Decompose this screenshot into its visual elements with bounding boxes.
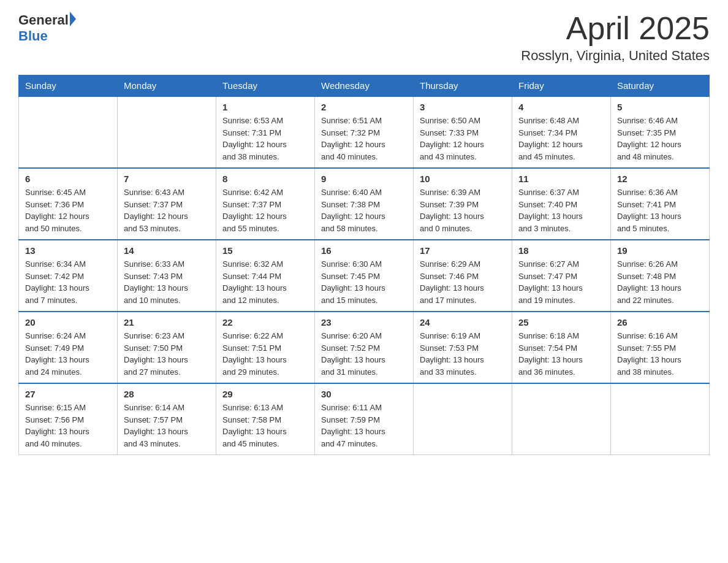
day-number: 13 [25, 245, 111, 256]
calendar-cell: 30Sunrise: 6:11 AM Sunset: 7:59 PM Dayli… [315, 383, 414, 455]
location-title: Rosslyn, Virginia, United States [521, 48, 710, 64]
calendar-cell: 26Sunrise: 6:16 AM Sunset: 7:55 PM Dayli… [611, 312, 710, 383]
logo-general-text: General [18, 12, 69, 28]
day-number: 29 [222, 389, 308, 399]
logo-arrow-icon [70, 12, 76, 26]
day-number: 26 [617, 317, 703, 327]
day-number: 16 [321, 245, 407, 256]
weekday-header-saturday: Saturday [611, 75, 710, 97]
calendar-cell: 1Sunrise: 6:53 AM Sunset: 7:31 PM Daylig… [216, 96, 315, 168]
day-number: 12 [617, 174, 703, 184]
day-number: 22 [222, 317, 308, 327]
calendar-cell [19, 96, 118, 168]
weekday-header-wednesday: Wednesday [315, 75, 414, 97]
day-number: 28 [124, 389, 210, 399]
day-info: Sunrise: 6:51 AM Sunset: 7:32 PM Dayligh… [321, 115, 407, 163]
calendar-cell: 3Sunrise: 6:50 AM Sunset: 7:33 PM Daylig… [414, 96, 512, 168]
day-number: 7 [124, 174, 210, 184]
calendar-cell: 6Sunrise: 6:45 AM Sunset: 7:36 PM Daylig… [19, 168, 118, 240]
calendar-cell: 4Sunrise: 6:48 AM Sunset: 7:34 PM Daylig… [512, 96, 611, 168]
day-number: 20 [25, 317, 111, 327]
day-number: 27 [25, 389, 111, 399]
calendar-week-row: 6Sunrise: 6:45 AM Sunset: 7:36 PM Daylig… [19, 168, 710, 240]
day-info: Sunrise: 6:22 AM Sunset: 7:51 PM Dayligh… [222, 330, 308, 378]
calendar-cell: 29Sunrise: 6:13 AM Sunset: 7:58 PM Dayli… [216, 383, 315, 455]
weekday-header-row: SundayMondayTuesdayWednesdayThursdayFrid… [19, 75, 710, 97]
day-number: 15 [222, 245, 308, 256]
weekday-header-monday: Monday [118, 75, 216, 97]
calendar-cell: 22Sunrise: 6:22 AM Sunset: 7:51 PM Dayli… [216, 312, 315, 383]
calendar-cell: 13Sunrise: 6:34 AM Sunset: 7:42 PM Dayli… [19, 240, 118, 312]
day-info: Sunrise: 6:11 AM Sunset: 7:59 PM Dayligh… [321, 402, 407, 450]
weekday-header-tuesday: Tuesday [216, 75, 315, 97]
day-info: Sunrise: 6:20 AM Sunset: 7:52 PM Dayligh… [321, 330, 407, 378]
day-number: 10 [420, 174, 506, 184]
day-number: 2 [321, 102, 407, 112]
calendar-cell: 28Sunrise: 6:14 AM Sunset: 7:57 PM Dayli… [118, 383, 216, 455]
calendar-cell: 9Sunrise: 6:40 AM Sunset: 7:38 PM Daylig… [315, 168, 414, 240]
title-block: April 2025 Rosslyn, Virginia, United Sta… [521, 12, 710, 64]
day-number: 8 [222, 174, 308, 184]
day-info: Sunrise: 6:46 AM Sunset: 7:35 PM Dayligh… [617, 115, 703, 163]
month-title: April 2025 [521, 12, 710, 44]
calendar-week-row: 27Sunrise: 6:15 AM Sunset: 7:56 PM Dayli… [19, 383, 710, 455]
day-number: 6 [25, 174, 111, 184]
day-info: Sunrise: 6:19 AM Sunset: 7:53 PM Dayligh… [420, 330, 506, 378]
day-info: Sunrise: 6:23 AM Sunset: 7:50 PM Dayligh… [124, 330, 210, 378]
calendar-cell: 25Sunrise: 6:18 AM Sunset: 7:54 PM Dayli… [512, 312, 611, 383]
day-info: Sunrise: 6:30 AM Sunset: 7:45 PM Dayligh… [321, 258, 407, 306]
day-info: Sunrise: 6:29 AM Sunset: 7:46 PM Dayligh… [420, 258, 506, 306]
calendar-cell: 24Sunrise: 6:19 AM Sunset: 7:53 PM Dayli… [414, 312, 512, 383]
day-number: 1 [222, 102, 308, 112]
weekday-header-sunday: Sunday [19, 75, 118, 97]
day-info: Sunrise: 6:34 AM Sunset: 7:42 PM Dayligh… [25, 258, 111, 306]
calendar-cell: 27Sunrise: 6:15 AM Sunset: 7:56 PM Dayli… [19, 383, 118, 455]
day-number: 30 [321, 389, 407, 399]
day-info: Sunrise: 6:13 AM Sunset: 7:58 PM Dayligh… [222, 402, 308, 450]
day-number: 4 [518, 102, 604, 112]
day-info: Sunrise: 6:39 AM Sunset: 7:39 PM Dayligh… [420, 186, 506, 234]
calendar-cell: 7Sunrise: 6:43 AM Sunset: 7:37 PM Daylig… [118, 168, 216, 240]
day-number: 25 [518, 317, 604, 327]
day-info: Sunrise: 6:43 AM Sunset: 7:37 PM Dayligh… [124, 186, 210, 234]
calendar-cell: 20Sunrise: 6:24 AM Sunset: 7:49 PM Dayli… [19, 312, 118, 383]
calendar-cell: 23Sunrise: 6:20 AM Sunset: 7:52 PM Dayli… [315, 312, 414, 383]
day-number: 19 [617, 245, 703, 256]
day-info: Sunrise: 6:26 AM Sunset: 7:48 PM Dayligh… [617, 258, 703, 306]
weekday-header-friday: Friday [512, 75, 611, 97]
day-number: 3 [420, 102, 506, 112]
calendar-cell: 21Sunrise: 6:23 AM Sunset: 7:50 PM Dayli… [118, 312, 216, 383]
calendar-cell: 19Sunrise: 6:26 AM Sunset: 7:48 PM Dayli… [611, 240, 710, 312]
day-info: Sunrise: 6:48 AM Sunset: 7:34 PM Dayligh… [518, 115, 604, 163]
day-number: 14 [124, 245, 210, 256]
calendar-cell: 17Sunrise: 6:29 AM Sunset: 7:46 PM Dayli… [414, 240, 512, 312]
logo: General Blue [18, 12, 76, 44]
calendar-cell: 14Sunrise: 6:33 AM Sunset: 7:43 PM Dayli… [118, 240, 216, 312]
calendar-week-row: 20Sunrise: 6:24 AM Sunset: 7:49 PM Dayli… [19, 312, 710, 383]
calendar-cell: 16Sunrise: 6:30 AM Sunset: 7:45 PM Dayli… [315, 240, 414, 312]
day-info: Sunrise: 6:50 AM Sunset: 7:33 PM Dayligh… [420, 115, 506, 163]
calendar-table: SundayMondayTuesdayWednesdayThursdayFrid… [18, 75, 710, 455]
day-number: 23 [321, 317, 407, 327]
calendar-cell: 10Sunrise: 6:39 AM Sunset: 7:39 PM Dayli… [414, 168, 512, 240]
day-info: Sunrise: 6:15 AM Sunset: 7:56 PM Dayligh… [25, 402, 111, 450]
day-info: Sunrise: 6:24 AM Sunset: 7:49 PM Dayligh… [25, 330, 111, 378]
calendar-cell: 11Sunrise: 6:37 AM Sunset: 7:40 PM Dayli… [512, 168, 611, 240]
day-info: Sunrise: 6:53 AM Sunset: 7:31 PM Dayligh… [222, 115, 308, 163]
day-number: 24 [420, 317, 506, 327]
day-info: Sunrise: 6:33 AM Sunset: 7:43 PM Dayligh… [124, 258, 210, 306]
calendar-cell: 5Sunrise: 6:46 AM Sunset: 7:35 PM Daylig… [611, 96, 710, 168]
day-number: 21 [124, 317, 210, 327]
day-info: Sunrise: 6:18 AM Sunset: 7:54 PM Dayligh… [518, 330, 604, 378]
day-info: Sunrise: 6:32 AM Sunset: 7:44 PM Dayligh… [222, 258, 308, 306]
calendar-cell: 18Sunrise: 6:27 AM Sunset: 7:47 PM Dayli… [512, 240, 611, 312]
day-number: 9 [321, 174, 407, 184]
page-header: General Blue April 2025 Rosslyn, Virgini… [18, 12, 710, 64]
day-number: 17 [420, 245, 506, 256]
day-number: 11 [518, 174, 604, 184]
day-info: Sunrise: 6:37 AM Sunset: 7:40 PM Dayligh… [518, 186, 604, 234]
weekday-header-thursday: Thursday [414, 75, 512, 97]
calendar-week-row: 13Sunrise: 6:34 AM Sunset: 7:42 PM Dayli… [19, 240, 710, 312]
day-info: Sunrise: 6:40 AM Sunset: 7:38 PM Dayligh… [321, 186, 407, 234]
calendar-cell: 8Sunrise: 6:42 AM Sunset: 7:37 PM Daylig… [216, 168, 315, 240]
